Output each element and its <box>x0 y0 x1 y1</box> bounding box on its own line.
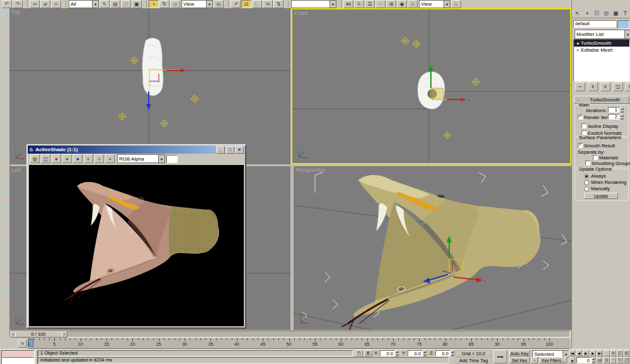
viewport-top[interactable]: Top x <box>9 8 290 164</box>
time-configuration-icon[interactable]: ▭ <box>597 357 602 363</box>
modifier-stack[interactable]: ●TurboSmooth▪Editable Mesh <box>573 39 630 82</box>
figure-icon[interactable]: ♟ <box>1 190 9 198</box>
configure-modifier-sets-icon[interactable]: ⊞ <box>626 82 630 91</box>
tab-hierarchy[interactable]: ☷ <box>592 8 601 18</box>
gear-icon[interactable]: ☀ <box>1 118 9 126</box>
time-slider-track[interactable]: < 0 / 100 > <box>9 331 570 338</box>
percent-snap-toggle-icon[interactable]: % <box>263 0 273 8</box>
open-mini-curve-editor-icon[interactable]: ≡ <box>18 339 27 348</box>
tab-utilities[interactable]: T <box>621 8 630 18</box>
track-bar-ruler[interactable]: 0510152025303540455055606570758085909510… <box>28 338 570 350</box>
box-primitive-icon[interactable]: ▦ <box>1 10 9 18</box>
maxscript-mini-listener-white[interactable] <box>1 357 35 364</box>
when-rendering-radio[interactable] <box>584 180 589 185</box>
minimize-button[interactable]: _ <box>216 146 225 154</box>
quick-render-icon[interactable]: ♨ <box>451 0 461 8</box>
window-crossing-toggle-icon[interactable]: ▣ <box>132 0 142 8</box>
speaker-icon[interactable]: ◍ <box>1 178 9 186</box>
bind-to-space-warp-icon[interactable]: ≈ <box>51 0 61 8</box>
manually-radio[interactable] <box>584 186 589 191</box>
viewport-perspective-canvas[interactable]: x z <box>294 166 571 330</box>
layer-manager-icon[interactable]: ☰ <box>365 0 375 8</box>
select-and-move-icon[interactable]: + <box>149 0 159 8</box>
maximize-button[interactable]: □ <box>226 146 234 154</box>
stacked-torus-icon[interactable]: ☰ <box>1 82 9 90</box>
align-icon[interactable]: ≡ <box>354 0 364 8</box>
camera-icon[interactable]: ◉ <box>1 213 9 222</box>
selection-filter-dropdown[interactable]: All▾ <box>69 0 99 8</box>
activeshade-titlebar[interactable]: ♨ ActiveShade (1:1) _□× <box>28 145 245 154</box>
go-to-start-button[interactable]: |◀ <box>569 350 575 356</box>
viewport-perspective[interactable]: Perspective <box>294 166 571 330</box>
modifier-stack-item[interactable]: ●TurboSmooth <box>574 40 629 47</box>
select-and-link-icon[interactable]: ∞ <box>30 0 40 8</box>
x-coordinate-field[interactable]: 0.0 <box>380 350 395 356</box>
select-and-manipulate-icon[interactable]: ↗ <box>231 0 241 8</box>
omni-light-helper[interactable] <box>160 119 169 128</box>
set-keys-key-icon[interactable]: ⊶ <box>493 350 507 363</box>
schematic-view-icon[interactable]: ⊞ <box>386 0 396 8</box>
pan-icon[interactable]: ☞ <box>610 357 617 363</box>
absolute-offset-mode-icon[interactable]: ⊞ <box>364 350 372 356</box>
min-max-toggle-icon[interactable]: ◰ <box>624 357 630 363</box>
current-frame-field[interactable]: 0 <box>576 357 592 363</box>
foot-icon[interactable]: ◔ <box>1 142 9 150</box>
z-spinner[interactable] <box>450 350 454 356</box>
iterations-spinner[interactable] <box>620 107 624 113</box>
magnifier-icon[interactable]: ◌ <box>1 273 9 282</box>
pin-stack-icon[interactable]: ⌐ <box>575 82 585 91</box>
leaves-icon[interactable]: ♠ <box>1 154 9 162</box>
zoom-extents-all-icon[interactable]: ⊞ <box>624 350 630 356</box>
omni-light-helper[interactable] <box>471 77 480 86</box>
x-spinner[interactable] <box>395 350 399 356</box>
tab-create[interactable]: ↖ <box>573 8 582 18</box>
default-in-out-tangents-icon[interactable]: ~ <box>531 357 538 363</box>
monochrome-channel-icon[interactable]: ◐ <box>84 154 93 163</box>
previous-frame-button[interactable]: ◀ <box>576 350 582 356</box>
use-pivot-point-center-icon[interactable]: ◎ <box>214 0 224 8</box>
material-ball-icon[interactable]: ◑ <box>1 249 9 258</box>
sphere-primitive-icon[interactable]: ● <box>1 34 9 42</box>
material-editor-icon[interactable]: ◉ <box>397 0 407 8</box>
select-and-rotate-icon[interactable]: ↻ <box>159 0 169 8</box>
tab-modify[interactable]: ◖ <box>582 8 592 18</box>
plant-icon[interactable]: ♣ <box>1 130 9 138</box>
omni-light-helper[interactable] <box>401 37 410 45</box>
chevron-down-icon[interactable]: ▾ <box>158 155 164 162</box>
chevron-down-icon[interactable]: ▾ <box>206 1 212 8</box>
spinner-snap-toggle-icon[interactable]: ⇅ <box>273 0 284 8</box>
clear-icon[interactable]: × <box>105 154 115 163</box>
update-button[interactable]: Update <box>584 193 618 199</box>
blue-channel-icon[interactable]: ● <box>73 154 83 163</box>
snake-head-model-perspective[interactable] <box>341 175 545 330</box>
auto-key-button[interactable]: Auto Key <box>509 350 530 356</box>
region-zoom-icon[interactable]: ⊟ <box>604 357 610 363</box>
window-icon[interactable]: ▣ <box>1 261 9 270</box>
time-slider-handle[interactable]: 0 / 100 <box>15 331 62 338</box>
star-shape-icon[interactable]: ★ <box>1 58 9 66</box>
unlink-selection-icon[interactable]: ⌀ <box>40 0 50 8</box>
clone-rendered-frame-icon[interactable]: ◫ <box>41 154 50 163</box>
helper-icon[interactable]: ⊕ <box>1 237 9 246</box>
render-iters-spinner[interactable] <box>620 114 624 120</box>
always-radio[interactable] <box>584 174 589 179</box>
make-unique-icon[interactable]: ∨ <box>600 82 610 91</box>
key-filters-button[interactable]: Key Filters... <box>539 357 567 363</box>
zoom-extents-icon[interactable]: ⊡ <box>617 350 623 356</box>
go-to-end-button[interactable]: ▶| <box>597 350 603 356</box>
omni-light-helper[interactable] <box>118 112 127 121</box>
viewport-front-canvas[interactable]: x y <box>292 9 570 163</box>
smooth-result-checkbox[interactable] <box>578 143 583 148</box>
chevron-down-icon[interactable]: ▾ <box>563 351 569 357</box>
play-button[interactable]: ▶ <box>583 350 589 356</box>
angle-snap-toggle-icon[interactable]: ∟ <box>252 0 262 8</box>
omni-light-helper[interactable] <box>130 56 139 65</box>
frame-spinner[interactable] <box>592 357 595 363</box>
snake-head-model-top[interactable] <box>142 38 163 96</box>
object-name-field[interactable]: default <box>573 20 616 28</box>
undo-icon[interactable]: ↶ <box>2 0 12 8</box>
object-color-swatch[interactable] <box>617 20 629 29</box>
background-color-swatch[interactable] <box>166 155 178 163</box>
show-end-result-icon[interactable]: ‖ <box>588 82 598 91</box>
knife-icon[interactable]: ◢ <box>1 94 9 102</box>
